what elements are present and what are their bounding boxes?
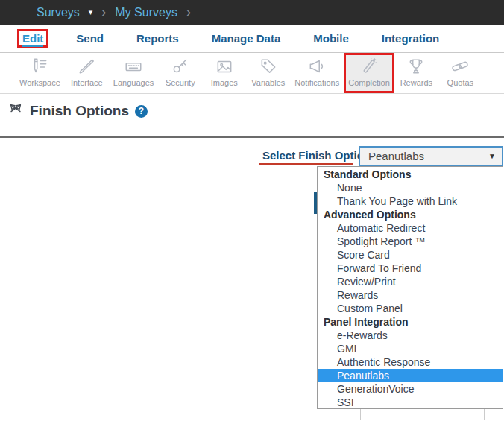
toolbar-item-label: Rewards (400, 78, 432, 87)
chain-link-icon (450, 57, 470, 76)
tab-mobile[interactable]: Mobile (308, 29, 354, 48)
select-caret-icon: ▼ (488, 152, 496, 160)
chevron-separator-icon: › (101, 5, 106, 20)
help-icon[interactable]: ? (135, 105, 148, 118)
dropdown-group-header-panel-integration: Panel Integration (318, 315, 503, 329)
tab-manage-data[interactable]: Manage Data (207, 29, 286, 48)
toolbar-item-label: Notifications (294, 78, 339, 87)
section-divider (0, 136, 504, 138)
toolbar-item-completion[interactable]: Completion (344, 53, 394, 93)
toolbar-item-notifications[interactable]: Notifications (290, 53, 344, 93)
finish-option-select-value: Peanutlabs (368, 150, 488, 162)
tab-label: Mobile (313, 32, 349, 45)
toolbar-item-quotas[interactable]: Quotas (438, 53, 482, 93)
toolbar-item-images[interactable]: Images (202, 53, 246, 93)
tab-integration[interactable]: Integration (377, 29, 445, 48)
tab-label: Manage Data (212, 32, 281, 45)
toolbar-item-label: Languages (113, 78, 154, 87)
page-title: Finish Options (30, 103, 129, 119)
dropdown-option-authentic-response[interactable]: Authentic Response (318, 355, 503, 369)
dropdown-option-peanutlabs[interactable]: Peanutlabs (318, 369, 503, 382)
dropdown-option-none[interactable]: None (318, 181, 503, 194)
dropdown-option-custom-panel[interactable]: Custom Panel (318, 302, 503, 315)
toolbar-item-variables[interactable]: Variables (246, 53, 290, 93)
toolbar-item-label: Variables (251, 78, 285, 87)
finish-option-dropdown: Standard OptionsNoneThank You Page with … (317, 166, 503, 409)
breadcrumb: Surveys▾›My Surveys› (37, 5, 192, 20)
topbar: Surveys▾›My Surveys› (0, 0, 504, 25)
keyboard-icon (124, 57, 143, 76)
dropdown-option-forward-to-friend[interactable]: Forward To Friend (318, 262, 503, 275)
dropdown-option-review-print[interactable]: Review/Print (318, 275, 503, 288)
toolbar-item-label: Interface (71, 78, 103, 87)
key-icon (171, 57, 190, 76)
breadcrumb-link-my-surveys[interactable]: My Surveys (115, 6, 177, 19)
dropdown-option-spotlight-report[interactable]: Spotlight Report ™ (318, 235, 503, 248)
tab-bar: EditSendReportsManage DataMobileIntegrat… (0, 25, 504, 53)
toolbar-item-rewards[interactable]: Rewards (394, 53, 438, 93)
tab-label: Reports (136, 32, 179, 45)
toolbar-item-label: Completion (348, 78, 390, 87)
dropdown-option-ssi[interactable]: SSI (318, 396, 503, 409)
dropdown-group-header-standard-options: Standard Options (318, 168, 503, 181)
toolbar-item-label: Workspace (19, 78, 60, 87)
toolbar-item-label: Images (211, 78, 238, 87)
toolbar-item-languages[interactable]: Languages (109, 53, 158, 93)
finish-option-select[interactable]: Peanutlabs ▼ (359, 146, 503, 166)
dropdown-option-score-card[interactable]: Score Card (318, 248, 503, 262)
toolbar-item-label: Security (166, 78, 195, 87)
toolbar-item-workspace[interactable]: Workspace (15, 53, 65, 93)
pencil-list-icon (30, 57, 49, 76)
toolbar: WorkspaceInterfaceLanguagesSecurityImage… (0, 53, 504, 94)
dropdown-option-thank-you-page-with-link[interactable]: Thank You Page with Link (318, 194, 503, 208)
label-red-underline-annotation (259, 163, 353, 165)
dropdown-option-rewards[interactable]: Rewards (318, 288, 503, 302)
page-header: Finish Options ? (7, 103, 148, 119)
trophy-icon (406, 57, 426, 76)
tab-label: Edit (22, 32, 43, 47)
tab-label: Send (76, 32, 104, 45)
tab-edit[interactable]: Edit (17, 29, 48, 48)
toolbar-item-interface[interactable]: Interface (65, 53, 109, 93)
paintbrush-icon (77, 57, 96, 76)
toolbar-item-security[interactable]: Security (158, 53, 202, 93)
tab-reports[interactable]: Reports (131, 29, 184, 48)
finish-flags-icon (7, 103, 24, 119)
chevron-separator-icon: › (186, 5, 191, 20)
select-finish-option-label: Select Finish Option (262, 149, 371, 162)
dropdown-option-automatic-redirect[interactable]: Automatic Redirect (318, 221, 503, 235)
screen: Surveys▾›My Surveys› EditSendReportsMana… (0, 0, 504, 421)
tab-label: Integration (382, 32, 440, 45)
tag-icon (259, 57, 278, 76)
dropdown-option-generationvoice[interactable]: GenerationVoice (318, 382, 503, 396)
caret-down-icon: ▾ (89, 7, 93, 17)
dropdown-option-gmi[interactable]: GMI (318, 342, 503, 355)
toolbar-item-label: Quotas (447, 78, 473, 87)
dropdown-option-e-rewards[interactable]: e-Rewards (318, 329, 503, 342)
breadcrumb-link-surveys[interactable]: Surveys (37, 6, 80, 19)
tab-send[interactable]: Send (71, 29, 109, 48)
magic-wand-icon (359, 57, 379, 76)
dropdown-group-header-advanced-options: Advanced Options (318, 208, 503, 221)
image-icon (215, 57, 234, 76)
megaphone-icon (307, 57, 327, 76)
